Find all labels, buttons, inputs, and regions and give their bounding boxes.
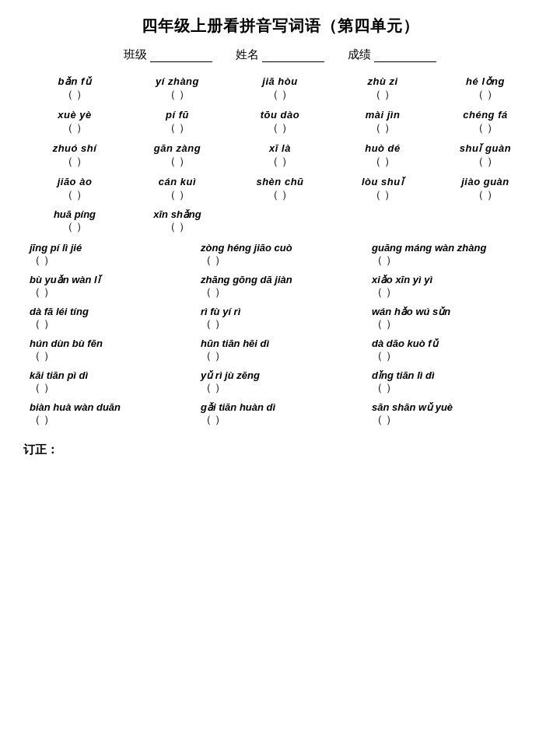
answer-cell: （ ） (126, 188, 229, 202)
answer-cell: （ ） (331, 121, 434, 135)
pinyin-cell: jiāo ào (23, 175, 126, 188)
answer-cell: （ ） (331, 188, 434, 202)
answer-cell: （ ） (126, 88, 229, 102)
answer-cell-3: （ ） (366, 381, 537, 395)
main-title: 四年级上册看拼音写词语（第四单元） (23, 16, 537, 37)
class-label: 班级 (124, 47, 147, 62)
pinyin-cell-3: yǔ rì jù zēng (194, 369, 366, 381)
answer-cell: （ ） (331, 155, 434, 169)
answer-cell: （ ） (229, 121, 331, 135)
pinyin-cell: chéng fá (434, 108, 537, 121)
answer-row-5: （ ）（ ）（ ）（ ）（ ） (23, 155, 537, 169)
class-field: 班级 (124, 47, 212, 62)
answer-row-3: （ ）（ ）（ ） (23, 285, 537, 299)
name-field: 姓名 (236, 47, 324, 62)
pinyin-cell: tōu dào (229, 108, 331, 121)
answer-cell: （ ） (23, 121, 126, 135)
pinyin-row-5: zhuó shígān zàngxī làhuò déshuǐ guàn (23, 142, 537, 155)
answer-cell-3: （ ） (366, 317, 537, 331)
pinyin-cell: huò dé (331, 142, 434, 155)
answer-cell-2: （ ） (126, 220, 229, 234)
pinyin-cell-3: dǐng tiān lì dì (366, 369, 537, 381)
answer-row-3: （ ）（ ）（ ） (23, 254, 537, 268)
pinyin-cell: shèn chū (229, 175, 331, 188)
answer-cell: （ ） (229, 155, 331, 169)
answer-cell-3: （ ） (194, 413, 366, 427)
answer-cell-3: （ ） (366, 349, 537, 363)
pinyin-cell-3: xiǎo xīn yì yì (366, 274, 537, 285)
answer-cell: （ ） (229, 188, 331, 202)
two-column-section: huā píngxīn shǎng（ ）（ ） (23, 208, 537, 234)
pinyin-cell-3: sān shān wǔ yuè (366, 401, 537, 413)
pinyin-cell: zhuó shí (23, 142, 126, 155)
answer-cell-3: （ ） (194, 254, 366, 268)
answer-cell: （ ） (23, 155, 126, 169)
score-field: 成绩 (348, 47, 436, 62)
answer-row-2: （ ）（ ） (23, 220, 537, 234)
pinyin-cell: xī là (229, 142, 331, 155)
answer-cell-3: （ ） (23, 413, 194, 427)
pinyin-cell: cán kuì (126, 175, 229, 188)
answer-cell-3: （ ） (194, 317, 366, 331)
pinyin-row-5: jiāo àocán kuìshèn chūlòu shuǐjiào guàn (23, 175, 537, 188)
answer-cell-3: （ ） (23, 381, 194, 395)
answer-cell-3: （ ） (366, 285, 537, 299)
answer-cell: （ ） (331, 88, 434, 102)
pinyin-cell-3: jīng pí lì jié (23, 242, 194, 254)
pinyin-cell: bǎn fǔ (23, 75, 126, 88)
pinyin-cell: pí fū (126, 108, 229, 121)
answer-cell-3: （ ） (366, 254, 537, 268)
pinyin-cell-3: hún dùn bù fēn (23, 338, 194, 349)
pinyin-cell-3: wán hǎo wú sǔn (366, 306, 537, 317)
score-underline (374, 48, 436, 62)
score-label: 成绩 (348, 47, 371, 62)
pinyin-cell-3: zòng héng jiāo cuò (194, 242, 366, 254)
answer-cell: （ ） (126, 155, 229, 169)
pinyin-cell: hé lǒng (434, 75, 537, 88)
answer-cell: （ ） (229, 88, 331, 102)
pinyin-cell: gān zàng (126, 142, 229, 155)
pinyin-cell: mài jìn (331, 108, 434, 121)
pinyin-cell-3: biàn huà wàn duān (23, 401, 194, 413)
pinyin-cell-3: kāi tiān pì dì (23, 369, 194, 381)
pinyin-cell-3: hūn tiān hēi dì (194, 338, 366, 349)
answer-cell-3: （ ） (194, 349, 366, 363)
pinyin-cell-3: dà fā léi tíng (23, 306, 194, 317)
answer-cell-3: （ ） (23, 285, 194, 299)
pinyin-row-5: bǎn fǔyí zhàngjiā hòuzhù zihé lǒng (23, 75, 537, 88)
answer-row-3: （ ）（ ）（ ） (23, 413, 537, 427)
answer-cell-3: （ ） (194, 381, 366, 395)
answer-cell: （ ） (23, 188, 126, 202)
name-label: 姓名 (236, 47, 259, 62)
pinyin-cell-2: xīn shǎng (126, 208, 229, 220)
answer-row-3: （ ）（ ）（ ） (23, 317, 537, 331)
answer-cell-3: （ ） (366, 413, 537, 427)
three-column-section: jīng pí lì jiézòng héng jiāo cuòguāng má… (23, 242, 537, 427)
pinyin-cell: yí zhàng (126, 75, 229, 88)
pinyin-row-5: xuè yèpí fūtōu dàomài jìnchéng fá (23, 108, 537, 121)
pinyin-cell: shuǐ guàn (434, 142, 537, 155)
pinyin-cell-3: dà dāo kuò fǔ (366, 338, 537, 349)
pinyin-row-3: bù yuǎn wàn lǐzhāng gōng dā jiànxiǎo xīn… (23, 274, 537, 285)
pinyin-cell: zhù zi (331, 75, 434, 88)
answer-cell: （ ） (434, 88, 537, 102)
answer-row-5: （ ）（ ）（ ）（ ）（ ） (23, 188, 537, 202)
pinyin-cell-3: bù yuǎn wàn lǐ (23, 274, 194, 285)
answer-row-5: （ ）（ ）（ ）（ ）（ ） (23, 88, 537, 102)
pinyin-cell-2: huā píng (23, 208, 126, 220)
pinyin-row-3: biàn huà wàn duāngǎi tiān huàn dìsān shā… (23, 401, 537, 413)
five-column-section: bǎn fǔyí zhàngjiā hòuzhù zihé lǒng（ ）（ ）… (23, 75, 537, 202)
pinyin-row-3: hún dùn bù fēnhūn tiān hēi dìdà dāo kuò … (23, 338, 537, 349)
answer-row-3: （ ）（ ）（ ） (23, 349, 537, 363)
pinyin-cell-3: gǎi tiān huàn dì (194, 401, 366, 413)
correction-section: 订正： (23, 443, 537, 457)
pinyin-cell: xuè yè (23, 108, 126, 121)
name-underline (262, 48, 324, 62)
answer-cell-3: （ ） (194, 285, 366, 299)
pinyin-cell: jiā hòu (229, 75, 331, 88)
pinyin-row-3: kāi tiān pì dìyǔ rì jù zēngdǐng tiān lì … (23, 369, 537, 381)
answer-row-3: （ ）（ ）（ ） (23, 381, 537, 395)
answer-cell: （ ） (126, 121, 229, 135)
pinyin-cell-3: rì fù yí rì (194, 306, 366, 317)
answer-cell: （ ） (434, 155, 537, 169)
